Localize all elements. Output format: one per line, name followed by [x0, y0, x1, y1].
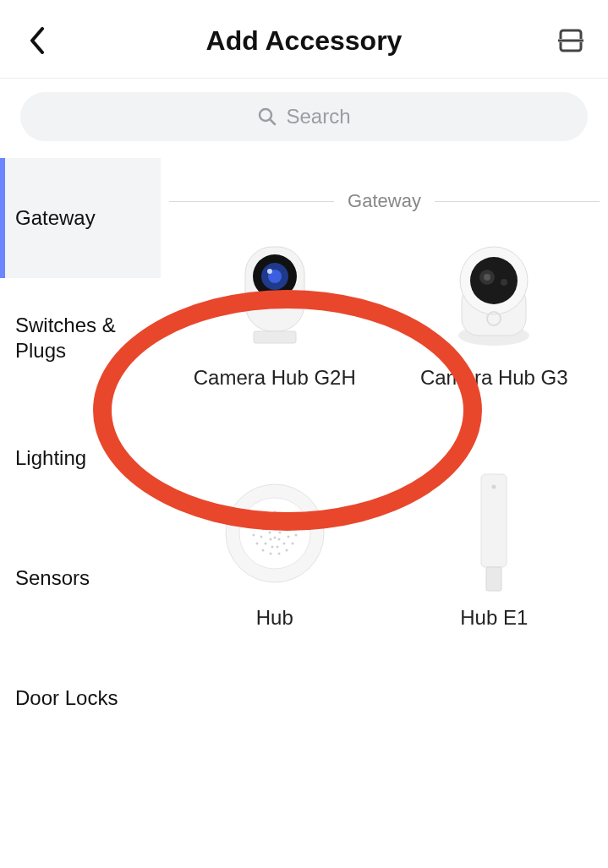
- hub-stick-icon: [435, 474, 553, 592]
- camera-g3-icon: [435, 234, 553, 352]
- hub-round-icon: [216, 474, 334, 592]
- svg-point-50: [269, 538, 271, 541]
- svg-point-35: [277, 553, 280, 555]
- svg-point-37: [266, 522, 269, 525]
- svg-rect-55: [486, 567, 501, 591]
- content: Gateway Switches & Plugs Lighting Sensor…: [0, 155, 608, 868]
- sidebar-item-door-locks[interactable]: Door Locks: [0, 638, 161, 758]
- sidebar-item-gateway[interactable]: Gateway: [0, 158, 161, 278]
- sidebar-item-label: Lighting: [15, 445, 86, 471]
- svg-rect-10: [254, 331, 296, 343]
- sidebar-item-label: Gateway: [15, 205, 96, 231]
- svg-point-23: [282, 513, 284, 516]
- svg-point-43: [264, 543, 266, 545]
- page-title: Add Accessory: [54, 25, 554, 57]
- svg-point-20: [239, 498, 310, 569]
- product-hub[interactable]: Hub: [169, 474, 381, 630]
- product-hub-e1[interactable]: Hub E1: [389, 474, 600, 630]
- product-label: Camera Hub G2H: [194, 366, 356, 390]
- main-panel: Gateway Camera Hub G2H: [161, 155, 608, 868]
- svg-point-33: [285, 549, 288, 552]
- sidebar-item-label: Door Locks: [15, 685, 118, 711]
- section-header: Gateway: [169, 155, 600, 234]
- svg-point-54: [492, 485, 496, 489]
- svg-point-22: [265, 513, 267, 516]
- svg-line-4: [270, 119, 275, 124]
- svg-point-52: [273, 537, 276, 539]
- chevron-left-icon: [29, 27, 46, 54]
- svg-point-34: [269, 553, 271, 555]
- camera-g2h-icon: [216, 234, 334, 352]
- svg-point-41: [260, 536, 262, 538]
- sidebar: Gateway Switches & Plugs Lighting Sensor…: [0, 155, 161, 868]
- svg-point-24: [258, 518, 260, 521]
- svg-point-47: [273, 528, 276, 531]
- search-container: Search: [0, 79, 608, 155]
- svg-point-28: [252, 534, 255, 537]
- svg-point-48: [268, 532, 271, 534]
- svg-point-27: [293, 526, 295, 528]
- product-label: Hub: [256, 606, 293, 630]
- divider: [169, 201, 334, 202]
- search-input[interactable]: Search: [20, 92, 588, 141]
- sidebar-item-label: Sensors: [15, 565, 90, 591]
- scan-icon: [558, 28, 583, 53]
- svg-point-49: [278, 532, 281, 534]
- section-title: Gateway: [348, 190, 421, 212]
- svg-point-30: [255, 543, 258, 545]
- search-placeholder: Search: [286, 105, 350, 128]
- search-icon: [257, 106, 277, 127]
- svg-point-46: [276, 546, 278, 549]
- svg-point-9: [267, 269, 272, 274]
- svg-point-31: [291, 543, 293, 545]
- svg-point-51: [277, 538, 280, 541]
- svg-point-25: [288, 518, 291, 521]
- sidebar-item-lighting[interactable]: Lighting: [0, 398, 161, 518]
- svg-point-32: [261, 549, 264, 552]
- product-grid: Camera Hub G2H Camera Hub: [169, 234, 600, 630]
- back-button[interactable]: [20, 24, 54, 57]
- sidebar-item-label: Switches & Plugs: [15, 313, 161, 363]
- product-label: Hub E1: [460, 606, 528, 630]
- svg-point-42: [287, 536, 289, 538]
- svg-point-39: [261, 528, 264, 531]
- header: Add Accessory: [0, 0, 608, 79]
- svg-point-17: [501, 279, 507, 286]
- svg-point-40: [285, 528, 288, 531]
- product-camera-hub-g3[interactable]: Camera Hub G3: [389, 234, 600, 390]
- svg-point-21: [273, 511, 276, 514]
- sidebar-item-switches-plugs[interactable]: Switches & Plugs: [0, 278, 161, 398]
- sidebar-item-sensors[interactable]: Sensors: [0, 518, 161, 638]
- svg-point-16: [484, 274, 490, 281]
- svg-point-38: [280, 522, 282, 525]
- product-camera-hub-g2h[interactable]: Camera Hub G2H: [169, 234, 381, 390]
- svg-point-26: [254, 526, 256, 528]
- scan-button[interactable]: [554, 24, 588, 57]
- svg-point-29: [294, 534, 297, 537]
- svg-point-45: [271, 546, 273, 549]
- divider: [435, 201, 600, 202]
- svg-point-36: [273, 520, 276, 522]
- svg-point-44: [282, 543, 285, 545]
- product-label: Camera Hub G3: [420, 366, 568, 390]
